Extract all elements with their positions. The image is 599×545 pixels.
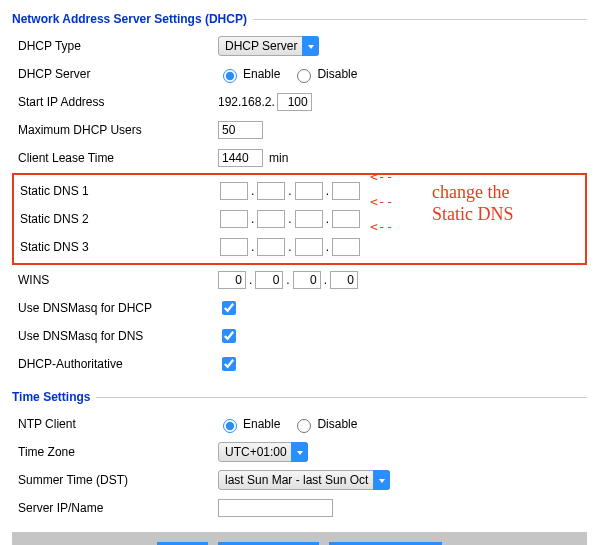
dns1-octet-1[interactable] [220, 182, 248, 200]
dhcp-auth-checkbox[interactable] [222, 357, 236, 371]
wins-label: WINS [12, 273, 218, 287]
dhcp-type-label: DHCP Type [12, 39, 218, 53]
dns3-label: Static DNS 3 [14, 240, 220, 254]
server-ip-input[interactable] [218, 499, 333, 517]
dnsmasq-dns-checkbox[interactable] [222, 329, 236, 343]
annotation-arrow-2: <-- [370, 194, 393, 209]
tz-label: Time Zone [12, 445, 218, 459]
lease-label: Client Lease Time [12, 151, 218, 165]
server-ip-label: Server IP/Name [12, 501, 218, 515]
wins-octet-2[interactable] [255, 271, 283, 289]
dns2-octet-4[interactable] [332, 210, 360, 228]
dns1-label: Static DNS 1 [14, 184, 220, 198]
dst-label: Summer Time (DST) [12, 473, 218, 487]
dns1-octet-3[interactable] [295, 182, 323, 200]
dnsmasq-dns-label: Use DNSMasq for DNS [12, 329, 218, 343]
dns2-octet-3[interactable] [295, 210, 323, 228]
start-ip-last-octet[interactable] [277, 93, 312, 111]
tz-select[interactable]: UTC+01:00 [218, 442, 308, 462]
wins-octet-3[interactable] [293, 271, 321, 289]
dst-select[interactable]: last Sun Mar - last Sun Oct [218, 470, 390, 490]
start-ip-label: Start IP Address [12, 95, 218, 109]
ntp-disable-radio[interactable] [297, 419, 311, 433]
ntp-enable-radio[interactable] [223, 419, 237, 433]
dns3-octet-3[interactable] [295, 238, 323, 256]
dns3-octet-1[interactable] [220, 238, 248, 256]
annotation-text: change the Static DNS [432, 182, 514, 225]
dns2-label: Static DNS 2 [14, 212, 220, 226]
dns3-octet-4[interactable] [332, 238, 360, 256]
dnsmasq-dhcp-checkbox[interactable] [222, 301, 236, 315]
wins-octet-4[interactable] [330, 271, 358, 289]
dns1-octet-4[interactable] [332, 182, 360, 200]
dns2-octet-2[interactable] [257, 210, 285, 228]
lease-input[interactable] [218, 149, 263, 167]
max-users-label: Maximum DHCP Users [12, 123, 218, 137]
ntp-label: NTP Client [12, 417, 218, 431]
dhcp-server-enable-radio[interactable] [223, 69, 237, 83]
start-ip-prefix: 192.168.2. [218, 95, 275, 109]
dhcp-type-select[interactable]: DHCP Server [218, 36, 319, 56]
dhcp-server-label: DHCP Server [12, 67, 218, 81]
button-bar: Save Apply Settings Cancel Changes [12, 532, 587, 545]
dns1-octet-2[interactable] [257, 182, 285, 200]
dnsmasq-dhcp-label: Use DNSMasq for DHCP [12, 301, 218, 315]
annotation-arrow-1: <-- [370, 169, 393, 184]
max-users-input[interactable] [218, 121, 263, 139]
wins-octet-1[interactable] [218, 271, 246, 289]
dns3-octet-2[interactable] [257, 238, 285, 256]
annotation-arrow-3: <-- [370, 219, 393, 234]
time-section-title: Time Settings [12, 390, 90, 404]
dhcp-auth-label: DHCP-Authoritative [12, 357, 218, 371]
dns2-octet-1[interactable] [220, 210, 248, 228]
dhcp-section-title: Network Address Server Settings (DHCP) [12, 12, 247, 26]
dhcp-server-disable-radio[interactable] [297, 69, 311, 83]
lease-unit: min [269, 151, 288, 165]
